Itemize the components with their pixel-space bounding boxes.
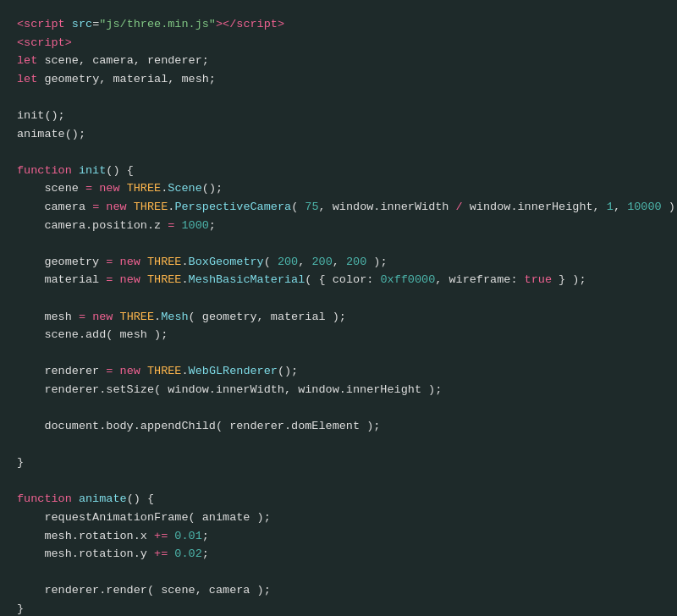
code-line-27: function animate() { [17, 490, 660, 509]
code-line-1: <script src="js/three.min.js"></script> [17, 15, 660, 34]
code-line-22 [17, 399, 660, 417]
code-line-33: } [17, 600, 660, 616]
code-line-3: let scene, camera, renderer; [17, 52, 660, 70]
code-line-29: mesh.rotation.x += 0.01; [17, 527, 660, 546]
code-line-8 [17, 143, 660, 162]
code-line-7: animate(); [17, 125, 660, 144]
code-line-15: material = new THREE.MeshBasicMaterial( … [17, 271, 660, 289]
code-line-18: scene.add( mesh ); [17, 326, 660, 344]
code-line-31 [17, 564, 660, 582]
code-line-2: <script> [17, 34, 660, 52]
code-line-9: function init() { [17, 162, 660, 180]
code-line-30: mesh.rotation.y += 0.02; [17, 545, 660, 564]
code-line-20: renderer = new THREE.WebGLRenderer(); [17, 362, 660, 381]
code-line-24 [17, 436, 660, 454]
code-editor: <script src="js/three.min.js"></script> … [17, 15, 660, 616]
code-line-4: let geometry, material, mesh; [17, 70, 660, 89]
code-line-5 [17, 88, 660, 107]
code-line-19 [17, 344, 660, 363]
code-line-28: requestAnimationFrame( animate ); [17, 509, 660, 527]
code-line-6: init(); [17, 107, 660, 125]
code-line-25: } [17, 454, 660, 472]
code-line-11: camera = new THREE.PerspectiveCamera( 75… [17, 198, 660, 217]
code-line-10: scene = new THREE.Scene(); [17, 179, 660, 198]
code-line-12: camera.position.z = 1000; [17, 217, 660, 235]
code-line-17: mesh = new THREE.Mesh( geometry, materia… [17, 308, 660, 327]
code-line-23: document.body.appendChild( renderer.domE… [17, 417, 660, 436]
code-line-16 [17, 289, 660, 308]
code-line-32: renderer.render( scene, camera ); [17, 581, 660, 600]
code-line-14: geometry = new THREE.BoxGeometry( 200, 2… [17, 253, 660, 272]
code-line-21: renderer.setSize( window.innerWidth, win… [17, 381, 660, 399]
code-line-26 [17, 472, 660, 491]
code-line-13 [17, 234, 660, 253]
